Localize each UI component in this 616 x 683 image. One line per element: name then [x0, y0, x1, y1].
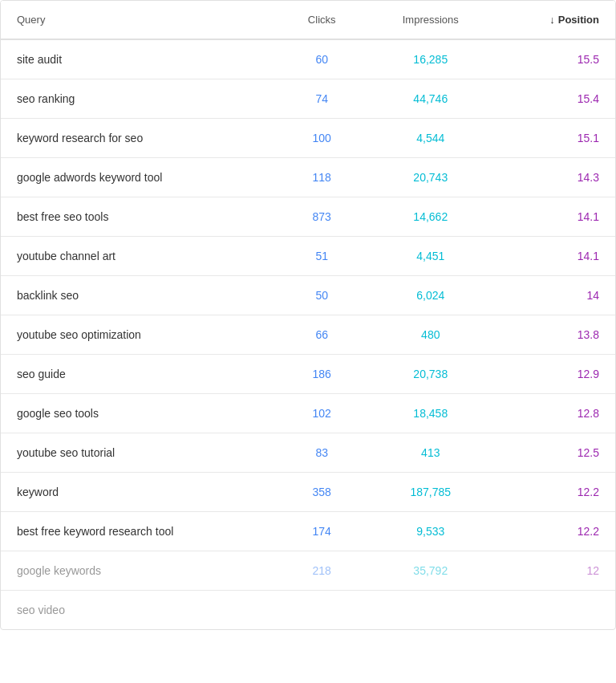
query-cell: google adwords keyword tool	[1, 158, 278, 197]
query-cell: youtube seo optimization	[1, 315, 278, 355]
position-cell: 14.3	[496, 158, 615, 197]
query-cell: best free keyword research tool	[1, 512, 278, 551]
position-cell: 12	[496, 551, 615, 591]
position-cell: 12.5	[496, 433, 615, 473]
table-row: youtube channel art514,45114.1	[1, 237, 615, 276]
clicks-cell: 118	[278, 158, 366, 197]
clicks-cell: 83	[278, 433, 366, 473]
impressions-cell: 4,544	[366, 119, 496, 158]
table-row: google adwords keyword tool11820,74314.3	[1, 158, 615, 197]
query-cell: seo guide	[1, 355, 278, 394]
table-row: keyword research for seo1004,54415.1	[1, 119, 615, 158]
table-row: google keywords21835,79212	[1, 551, 615, 591]
position-cell: 14.1	[496, 197, 615, 237]
impressions-cell: 16,285	[366, 39, 496, 79]
query-column-header: Query	[1, 1, 278, 39]
position-cell: 14	[496, 276, 615, 315]
impressions-cell: 480	[366, 315, 496, 355]
sort-arrow-icon: ↓	[549, 14, 555, 26]
impressions-cell: 4,451	[366, 237, 496, 276]
clicks-cell: 51	[278, 237, 366, 276]
query-cell: seo video	[1, 591, 278, 630]
query-cell: youtube seo tutorial	[1, 433, 278, 473]
position-cell: 15.5	[496, 39, 615, 79]
position-column-header[interactable]: ↓Position	[496, 1, 615, 39]
position-cell: 15.4	[496, 79, 615, 119]
table-row: google seo tools10218,45812.8	[1, 394, 615, 433]
query-cell: google keywords	[1, 551, 278, 591]
clicks-cell: 50	[278, 276, 366, 315]
position-cell: 12.8	[496, 394, 615, 433]
impressions-cell	[366, 591, 496, 630]
clicks-cell: 358	[278, 473, 366, 512]
clicks-cell: 174	[278, 512, 366, 551]
clicks-cell	[278, 591, 366, 630]
clicks-cell: 186	[278, 355, 366, 394]
clicks-cell: 60	[278, 39, 366, 79]
table-row: backlink seo506,02414	[1, 276, 615, 315]
query-cell: best free seo tools	[1, 197, 278, 237]
impressions-cell: 6,024	[366, 276, 496, 315]
position-cell: 14.1	[496, 237, 615, 276]
clicks-cell: 102	[278, 394, 366, 433]
position-cell: 12.2	[496, 512, 615, 551]
clicks-column-header[interactable]: Clicks	[278, 1, 366, 39]
clicks-cell: 66	[278, 315, 366, 355]
query-cell: youtube channel art	[1, 237, 278, 276]
query-cell: keyword	[1, 473, 278, 512]
query-cell: backlink seo	[1, 276, 278, 315]
table-row: youtube seo tutorial8341312.5	[1, 433, 615, 473]
position-cell: 15.1	[496, 119, 615, 158]
position-cell: 12.9	[496, 355, 615, 394]
clicks-cell: 873	[278, 197, 366, 237]
table-row: best free seo tools87314,66214.1	[1, 197, 615, 237]
impressions-cell: 9,533	[366, 512, 496, 551]
impressions-cell: 14,662	[366, 197, 496, 237]
table-row: seo video	[1, 591, 615, 630]
position-cell: 12.2	[496, 473, 615, 512]
query-cell: site audit	[1, 39, 278, 79]
query-cell: keyword research for seo	[1, 119, 278, 158]
table-row: site audit6016,28515.5	[1, 39, 615, 79]
query-cell: seo ranking	[1, 79, 278, 119]
impressions-column-header[interactable]: Impressions	[366, 1, 496, 39]
table-row: keyword358187,78512.2	[1, 473, 615, 512]
clicks-cell: 218	[278, 551, 366, 591]
clicks-cell: 100	[278, 119, 366, 158]
clicks-cell: 74	[278, 79, 366, 119]
table-row: youtube seo optimization6648013.8	[1, 315, 615, 355]
position-cell	[496, 591, 615, 630]
impressions-cell: 35,792	[366, 551, 496, 591]
table-header-row: Query Clicks Impressions ↓Position	[1, 1, 615, 39]
query-cell: google seo tools	[1, 394, 278, 433]
impressions-cell: 413	[366, 433, 496, 473]
table-row: seo guide18620,73812.9	[1, 355, 615, 394]
impressions-cell: 187,785	[366, 473, 496, 512]
impressions-cell: 20,743	[366, 158, 496, 197]
impressions-cell: 44,746	[366, 79, 496, 119]
impressions-cell: 20,738	[366, 355, 496, 394]
search-console-table: Query Clicks Impressions ↓Position site …	[0, 0, 616, 630]
position-cell: 13.8	[496, 315, 615, 355]
impressions-cell: 18,458	[366, 394, 496, 433]
table-row: best free keyword research tool1749,5331…	[1, 512, 615, 551]
table-row: seo ranking7444,74615.4	[1, 79, 615, 119]
